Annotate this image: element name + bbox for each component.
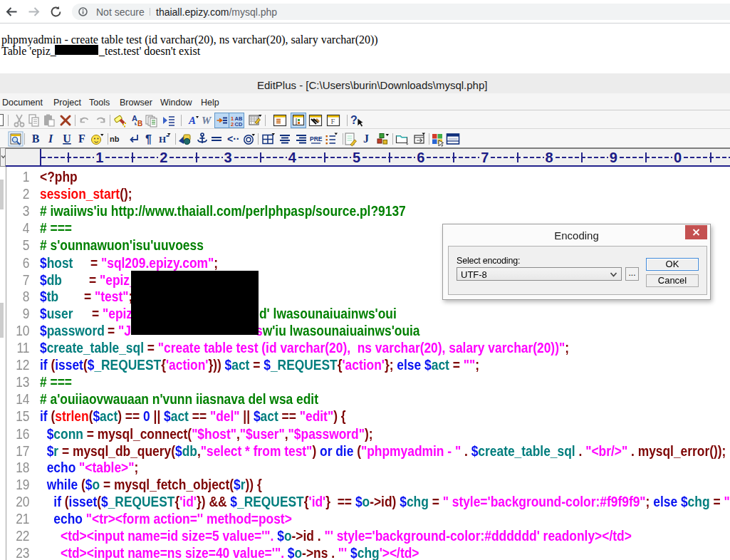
svg-text:<··: <·· [227,133,240,145]
svg-text:A: A [132,114,137,123]
svg-text:F: F [331,118,335,125]
svg-text:J: J [363,133,369,145]
svg-text:A: A [188,115,196,126]
svg-text:H: H [159,134,166,145]
svg-text:CD: CD [235,121,243,128]
svg-text:¶: ¶ [145,133,152,145]
svg-text:2: 2 [231,121,234,128]
svg-text:?: ? [350,114,358,126]
svg-text:F: F [78,133,85,145]
svg-text:B: B [32,133,40,145]
svg-text:U: U [63,133,71,145]
svg-text:nb: nb [110,135,120,143]
svg-text:B: B [137,120,142,128]
svg-text:I: I [48,133,53,145]
svg-text:PRE: PRE [310,135,323,142]
svg-text:W: W [202,115,212,126]
